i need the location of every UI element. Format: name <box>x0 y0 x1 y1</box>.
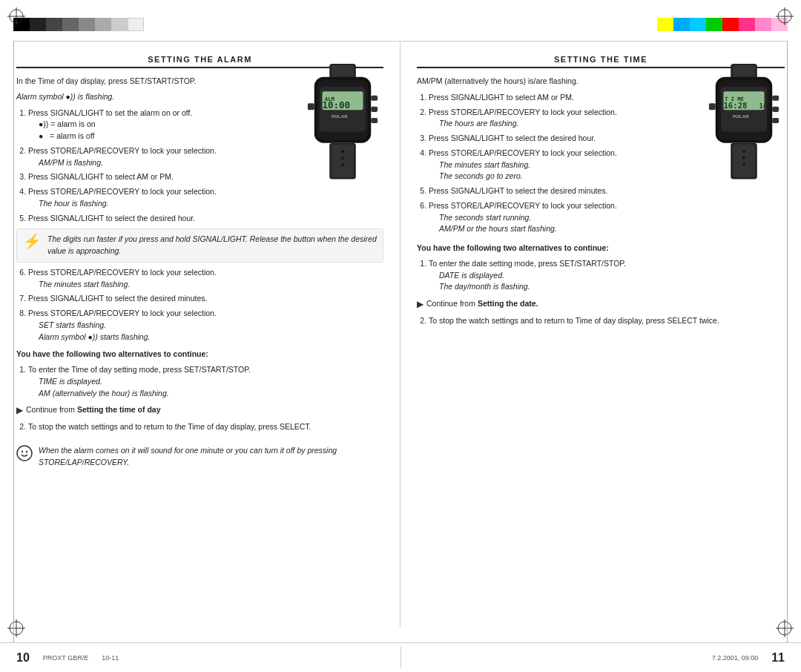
svg-point-49 <box>742 150 745 153</box>
alternatives-list-right: To enter the date setting mode, press SE… <box>417 258 785 293</box>
svg-point-31 <box>22 451 23 452</box>
color-block-5 <box>79 18 95 31</box>
watch-image-right: T I ME 16:28 14 POLAR <box>696 64 792 182</box>
top-bar <box>0 0 801 41</box>
page-num-left: 10 <box>16 651 30 665</box>
left-step-7: Press SIGNAL/LIGHT to select the desired… <box>28 293 383 305</box>
continue-arrow-icon: ▶ <box>16 403 23 417</box>
main-content: SETTING THE ALARM ALM 10:00 POLAR <box>0 42 801 627</box>
color-block-r6 <box>739 18 755 31</box>
watch-image-left: ALM 10:00 POLAR <box>294 64 391 182</box>
alternatives-list-left: To enter the Time of day setting mode, p… <box>16 364 383 399</box>
left-steps-list-2: Press STORE/LAP/RECOVERY to lock your se… <box>16 267 383 343</box>
left-step-5: Press SIGNAL/LIGHT to select the desired… <box>28 213 383 225</box>
continue-text-left: Continue from Setting the time of day <box>26 404 160 416</box>
left-step-4: Press STORE/LAP/RECOVERY to lock your se… <box>28 186 383 210</box>
left-intro-italic: Alarm symbol ●)) is flashing. <box>16 92 114 101</box>
left-step-6: Press STORE/LAP/RECOVERY to lock your se… <box>28 267 383 291</box>
right-column: SETTING THE TIME T I ME 16:28 14 <box>400 42 801 627</box>
alternatives-box-left: You have the following two alternatives … <box>16 349 383 433</box>
svg-point-51 <box>742 163 745 166</box>
continue-bold-left: Setting the time of day <box>77 405 161 414</box>
color-block-8 <box>128 18 144 31</box>
top-right-area <box>657 18 788 31</box>
color-blocks-left <box>13 18 144 31</box>
svg-text:POLAR: POLAR <box>733 113 749 119</box>
reg-mark-top-left <box>6 6 27 27</box>
alt-left-1-italic2: AM (alternatively the hour) is flashing. <box>39 388 383 400</box>
svg-point-32 <box>26 451 27 452</box>
continue-text-right: Continue from Setting the date. <box>426 298 538 310</box>
page-num-right: 11 <box>771 651 785 665</box>
alt-left-1-italic1: TIME is displayed. <box>39 376 383 388</box>
svg-rect-45 <box>772 118 779 123</box>
footer-left: 10 PROXT GBR/E 10-11 <box>16 651 119 665</box>
alt-right-1: To enter the date setting mode, press SE… <box>429 258 785 293</box>
color-block-2 <box>30 18 46 31</box>
footer-num-left: 10-11 <box>102 654 119 662</box>
smiley-icon <box>16 445 33 461</box>
right-step-6: Press STORE/LAP/RECOVERY to lock your se… <box>429 200 785 235</box>
alt-left-2: To stop the watch settings and to return… <box>28 421 383 433</box>
svg-point-27 <box>341 150 344 153</box>
alt-right-1-italic1: DATE is displayed. <box>439 270 785 282</box>
svg-point-30 <box>17 446 32 461</box>
color-blocks-right <box>657 18 788 31</box>
alternatives-list-right-2: To stop the watch settings and to return… <box>417 315 785 327</box>
lightning-box: ⚡ The digits run faster if you press and… <box>16 228 383 263</box>
top-left-area <box>13 18 144 31</box>
color-block-r3 <box>690 18 706 31</box>
left-column: SETTING THE ALARM ALM 10:00 POLAR <box>0 42 400 627</box>
svg-rect-26 <box>332 144 354 177</box>
alt-right-2: To stop the watch settings and to return… <box>429 315 785 327</box>
svg-point-29 <box>341 163 344 166</box>
alt-right-1-italic2: The day/month is flashing. <box>439 281 785 293</box>
alternatives-title-right: You have the following two alternatives … <box>417 243 785 254</box>
continue-bold-right: Setting the date. <box>478 299 538 308</box>
step8-italic2: Alarm symbol ●)) starts flashing. <box>39 332 383 343</box>
svg-text:10:00: 10:00 <box>322 99 349 111</box>
step-r6-italic1: The seconds start running. <box>439 212 785 224</box>
footer-code-left: PROXT GBR/E <box>43 654 88 662</box>
alternatives-list-left-2: To stop the watch settings and to return… <box>16 421 383 433</box>
footer-divider <box>400 647 401 668</box>
svg-rect-21 <box>371 96 378 101</box>
step6-italic: The minutes start flashing. <box>39 279 383 291</box>
footer-right: 7.2.2001, 09:00 11 <box>712 651 785 665</box>
color-block-r4 <box>706 18 722 31</box>
svg-rect-46 <box>709 103 716 110</box>
continue-arrow-right-icon: ▶ <box>417 297 423 311</box>
alternatives-box-right: You have the following two alternatives … <box>417 243 785 327</box>
svg-point-28 <box>341 157 344 159</box>
color-block-4 <box>62 18 79 31</box>
right-step-5: Press SIGNAL/LIGHT to select the desired… <box>429 185 785 197</box>
left-step-8: Press STORE/LAP/RECOVERY to lock your se… <box>28 308 383 343</box>
color-block-r5 <box>722 18 739 31</box>
step4-italic: The hour is flashing. <box>39 198 383 210</box>
alt-left-1: To enter the Time of day setting mode, p… <box>28 364 383 399</box>
color-block-r7 <box>755 18 771 31</box>
step-r6-italic2: AM/PM or the hours start flashing. <box>439 223 785 235</box>
lightning-text: The digits run faster if you press and h… <box>47 234 377 257</box>
alternatives-title-left: You have the following two alternatives … <box>16 349 383 360</box>
continue-arrow-right: ▶ Continue from Setting the date. <box>417 297 785 311</box>
svg-rect-24 <box>308 103 314 110</box>
step8-italic1: SET starts flashing. <box>39 320 383 332</box>
svg-text:POLAR: POLAR <box>332 113 348 119</box>
reg-mark-top-right <box>774 6 795 27</box>
color-block-r2 <box>673 18 690 31</box>
footer-date-right: 7.2.2001, 09:00 <box>712 654 759 662</box>
svg-rect-48 <box>733 144 755 177</box>
svg-text:14: 14 <box>759 102 767 110</box>
color-block-r1 <box>657 18 673 31</box>
color-block-7 <box>111 18 128 31</box>
color-block-6 <box>95 18 111 31</box>
lightning-icon: ⚡ <box>23 234 42 248</box>
continue-arrow-left: ▶ Continue from Setting the time of day <box>16 403 383 417</box>
svg-point-50 <box>742 157 745 159</box>
svg-rect-34 <box>733 65 755 79</box>
footer: 10 PROXT GBR/E 10-11 7.2.2001, 09:00 11 <box>0 642 801 672</box>
smiley-box: When the alarm comes on it will sound fo… <box>16 441 383 473</box>
svg-rect-22 <box>371 107 378 112</box>
svg-rect-13 <box>332 65 354 79</box>
